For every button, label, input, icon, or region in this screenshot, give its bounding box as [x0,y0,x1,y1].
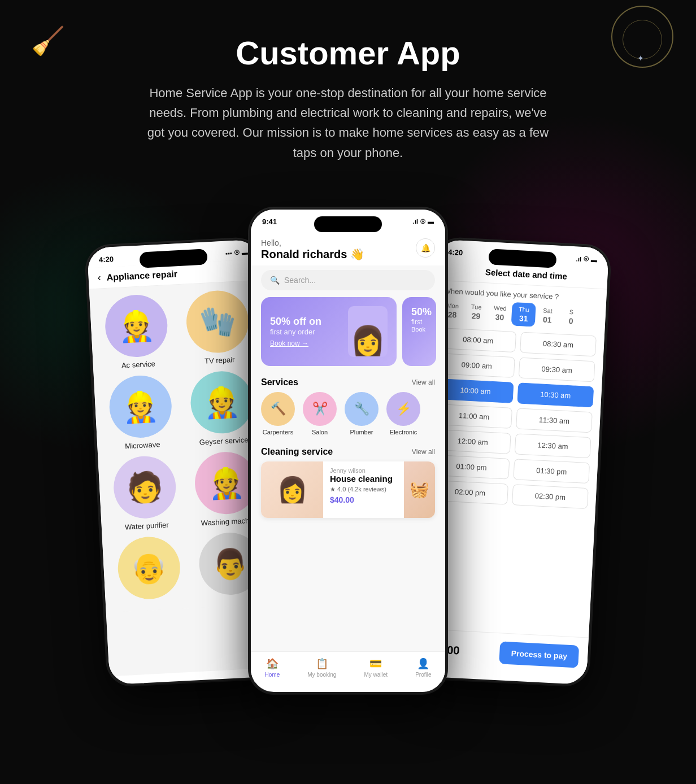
service-plumber[interactable]: 🔧 Plumber [345,392,379,435]
water-avatar: 🧑 [112,455,177,520]
header-description: Home Service App is your one-stop destin… [145,83,551,163]
cleaning-section-header: Cleaning service View all [251,442,445,461]
center-status-time: 9:41 [262,217,277,226]
nav-booking[interactable]: 📋 My booking [307,657,336,678]
banner-headline: 50% off on [270,316,321,328]
service-item-microwave[interactable]: 👷 Microwave [102,373,180,451]
tue-label: Tue [471,303,482,311]
cleaning-card-image-2: 🧺 [404,461,435,518]
services-view-all[interactable]: View all [412,378,435,386]
time-1130[interactable]: 11:30 am [516,408,593,433]
time-1230[interactable]: 12:30 am [515,433,591,458]
cleaning-provider: Jenny wilson [330,467,397,474]
washing-label: Washing machin [201,516,255,527]
center-wifi-icon: ⦾ [420,218,425,225]
service-item-tv[interactable]: 🧤 TV repair [179,289,257,367]
cleaning-rating: ★ 4.0 (4.2k reviews) [330,486,397,493]
date-sat[interactable]: Sat 01 [535,303,560,328]
plumber-icon: 🔧 [345,392,379,426]
right-phone-notch [488,249,556,268]
header-icon: 🧹 [31,25,65,57]
greeting-text-group: Hello, Ronald richards 👋 [261,238,364,261]
back-arrow-icon[interactable]: ‹ [97,272,101,284]
right-wifi-icon: ⦾ [584,255,589,263]
sun-label: S [569,308,573,315]
search-bar[interactable]: 🔍 Search... [261,270,435,290]
sat-label: Sat [543,307,553,314]
cleaning-card[interactable]: 👩 Jenny wilson House cleaning ★ 4.0 (4.2… [261,461,435,518]
electronic-label: Electronic [390,429,417,435]
promo-banner[interactable]: 50% off on first any order Book now → 👩 [261,297,397,366]
banner-subtext: first any order [270,328,321,336]
service-item-ac[interactable]: 👷 Ac service [97,293,176,371]
time-0930[interactable]: 09:30 am [519,357,595,382]
tv-avatar: 🧤 [185,289,250,355]
wed-num: 30 [495,312,504,322]
time-1100[interactable]: 11:00 am [436,404,512,429]
wifi-icon: ⦾ [234,249,240,256]
time-0800[interactable]: 08:00 am [440,328,516,352]
time-grid: 08:00 am 08:30 am 09:00 am 09:30 am 10:0… [424,321,605,515]
search-icon: 🔍 [270,276,280,285]
time-0830[interactable]: 08:30 am [520,332,597,356]
date-thu[interactable]: Thu 31 [511,302,536,326]
time-1430[interactable]: 02:30 pm [512,484,589,509]
signal-icon: ▪▪▪ [225,249,232,256]
left-status-icons: ▪▪▪ ⦾ ▬ [225,248,248,256]
bottom-nav: 🏠 Home 📋 My booking 💳 My wallet 👤 Profil… [251,651,445,682]
booking-icon: 📋 [316,657,328,670]
service-electronic[interactable]: ⚡ Electronic [386,392,420,435]
date-sun[interactable]: S 0 [559,304,584,329]
time-1000[interactable]: 10:00 am [437,378,514,403]
greeting-hello: Hello, [261,238,364,247]
time-0900[interactable]: 09:00 am [438,353,515,378]
cleaning-section-title: Cleaning service [261,447,333,457]
search-placeholder: Search... [284,276,316,285]
service-item-water[interactable]: 🧑 Water purifier [106,454,184,532]
left-screen-title: Appliance repair [106,268,177,282]
date-wed[interactable]: Wed 30 [488,300,513,325]
thu-num: 31 [519,313,528,323]
time-1330[interactable]: 01:30 pm [513,459,590,484]
services-row: 🔨 Carpenters ✂️ Salon 🔧 Plumber ⚡ Electr… [251,392,445,442]
nav-profile[interactable]: 👤 Profile [415,657,431,678]
mon-label: Mon [446,302,459,309]
date-tue[interactable]: Tue 29 [464,299,489,324]
nav-home[interactable]: 🏠 Home [265,657,280,678]
nav-wallet[interactable]: 💳 My wallet [364,657,388,678]
ac-avatar: 👷 [103,293,169,359]
wed-label: Wed [494,304,507,312]
cleaning-price: $40.00 [330,495,397,504]
phones-container: 4:20 ▪▪▪ ⦾ ▬ ‹ Appliance repair 👷 Ac ser… [0,185,696,728]
banner-link[interactable]: Book now → [270,339,321,347]
geyser-label: Geyser service [199,435,248,447]
service-carpenters[interactable]: 🔨 Carpenters [261,392,295,435]
banner-person-image: 👩 [348,306,388,357]
cleaning-card-image: 👩 [261,461,323,518]
cleaning-service-name: House cleaning [330,474,397,484]
geyser-avatar: 👷 [189,369,255,435]
notification-bell-icon[interactable]: 🔔 [416,238,435,258]
center-battery-icon: ▬ [428,218,434,225]
service-item-extra1[interactable]: 👴 [110,535,188,604]
center-status-icons: .ıl ⦾ ▬ [413,218,434,225]
time-1030[interactable]: 10:30 am [517,382,594,407]
carpenters-icon: 🔨 [261,392,295,426]
extra1-avatar: 👴 [116,535,182,600]
cleaning-card-info: Jenny wilson House cleaning ★ 4.0 (4.2k … [323,461,404,518]
center-signal-icon: .ıl [413,218,418,225]
nav-profile-label: Profile [415,672,431,678]
salon-icon: ✂️ [303,392,337,426]
profile-icon: 👤 [417,657,429,670]
date-screen-title: Select date and time [454,265,599,282]
process-to-pay-button[interactable]: Process to pay [499,641,580,668]
banner-section: 50% off on first any order Book now → 👩 … [251,297,445,373]
home-icon: 🏠 [266,657,279,670]
plumber-label: Plumber [350,429,373,435]
mon-num: 28 [447,310,456,319]
service-salon[interactable]: ✂️ Salon [303,392,337,435]
thu-label: Thu [519,306,530,313]
right-status-time: 4:20 [448,247,463,256]
cleaning-view-all[interactable]: View all [412,448,435,456]
water-label: Water purifier [125,520,169,531]
